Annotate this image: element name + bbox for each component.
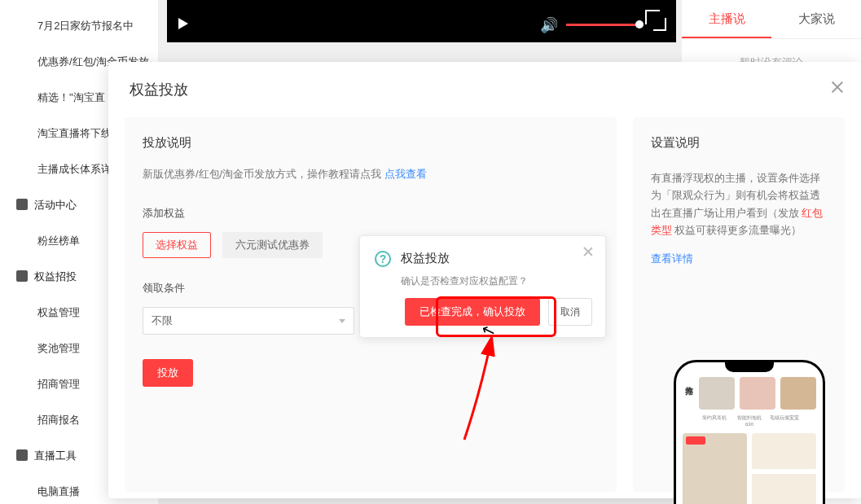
- close-icon[interactable]: [830, 80, 845, 94]
- phone-thumb: [699, 377, 735, 410]
- phone-card: [752, 433, 816, 469]
- confirm-message: 确认是否检查对应权益配置？: [401, 274, 591, 288]
- add-benefit-label: 添加权益: [143, 206, 599, 221]
- settings-heading: 设置说明: [651, 135, 827, 151]
- modal-title: 权益投放: [108, 62, 861, 117]
- volume-icon[interactable]: 🔊: [540, 16, 558, 34]
- square-icon: [16, 449, 28, 461]
- video-player-bar: 🔊: [167, 0, 676, 42]
- confirm-cancel-button[interactable]: 取消: [548, 298, 592, 326]
- live-badge-icon: [686, 436, 705, 445]
- section-heading: 投放说明: [143, 135, 599, 151]
- submit-button[interactable]: 投放: [143, 359, 193, 387]
- phone-thumb: [780, 377, 816, 410]
- question-icon: ?: [375, 251, 391, 267]
- condition-select[interactable]: 不限: [143, 307, 354, 335]
- chevron-down-icon: [339, 319, 345, 323]
- phone-card: [752, 474, 816, 504]
- settings-description: 有直播浮现权的主播，设置条件选择为「限观众行为」则有机会将权益透出在直播广场让用…: [651, 170, 827, 239]
- chip-coupon[interactable]: 六元测试优惠券: [222, 232, 323, 258]
- sidebar-item[interactable]: 7月2日家纺节报名中: [0, 8, 158, 44]
- select-value: 不限: [152, 313, 173, 328]
- phone-caption: 简约风耳机: [699, 414, 729, 427]
- help-text: 新版优惠券/红包/淘金币发放方式，操作教程请点我点我查看: [143, 167, 599, 182]
- phone-notch: [725, 362, 774, 372]
- close-icon[interactable]: [582, 246, 594, 257]
- fullscreen-icon[interactable]: [653, 18, 666, 31]
- view-details-link[interactable]: 查看详情: [651, 252, 693, 265]
- chip-select-benefit[interactable]: 选择权益: [143, 232, 211, 258]
- tab-everyone-says[interactable]: 大家说: [771, 0, 861, 38]
- phone-preview: 为你推荐 简约风耳机 智能扫地机630 毛绒玩偶宝宝: [674, 360, 825, 504]
- phone-card: [683, 433, 747, 504]
- confirm-title: 权益投放: [401, 251, 591, 266]
- tab-anchor-says[interactable]: 主播说: [682, 0, 771, 38]
- phone-thumb: [740, 377, 775, 410]
- square-icon: [16, 270, 28, 282]
- confirm-dialog: ? 权益投放 确认是否检查对应权益配置？ 已检查完成，确认投放 取消: [359, 235, 606, 338]
- phone-rec-label: 为你推荐: [683, 377, 694, 410]
- square-icon: [16, 199, 28, 210]
- play-icon[interactable]: [178, 18, 188, 29]
- phone-caption: 毛绒玩偶宝宝: [770, 414, 800, 427]
- volume-slider[interactable]: [566, 24, 644, 26]
- volume-handle[interactable]: [635, 20, 644, 28]
- confirm-ok-button[interactable]: 已检查完成，确认投放: [405, 298, 540, 326]
- phone-caption: 智能扫地机630: [734, 414, 764, 427]
- help-link[interactable]: 点我查看: [384, 168, 427, 180]
